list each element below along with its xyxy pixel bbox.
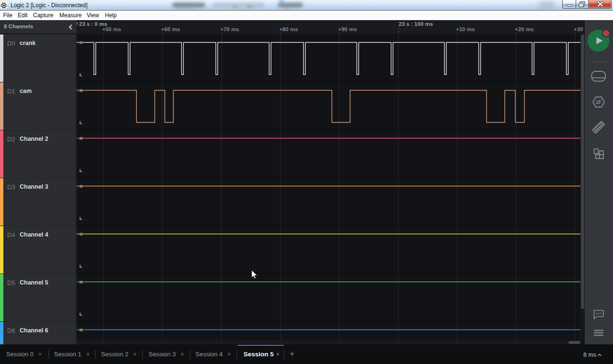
svg-text:L: L	[79, 312, 82, 317]
svg-text:H: H	[79, 88, 83, 93]
svg-text:H: H	[79, 232, 83, 237]
svg-text:L: L	[79, 72, 82, 77]
svg-text:L: L	[79, 120, 82, 125]
svg-text:H: H	[79, 328, 83, 332]
svg-text:H: H	[79, 40, 83, 45]
svg-text:H: H	[79, 136, 83, 141]
svg-text:H: H	[79, 184, 83, 189]
svg-text:H: H	[79, 280, 83, 284]
svg-text:1F: 1F	[596, 99, 602, 105]
svg-text:L: L	[79, 216, 82, 221]
svg-text:L: L	[79, 168, 82, 173]
svg-text:L: L	[79, 264, 82, 269]
